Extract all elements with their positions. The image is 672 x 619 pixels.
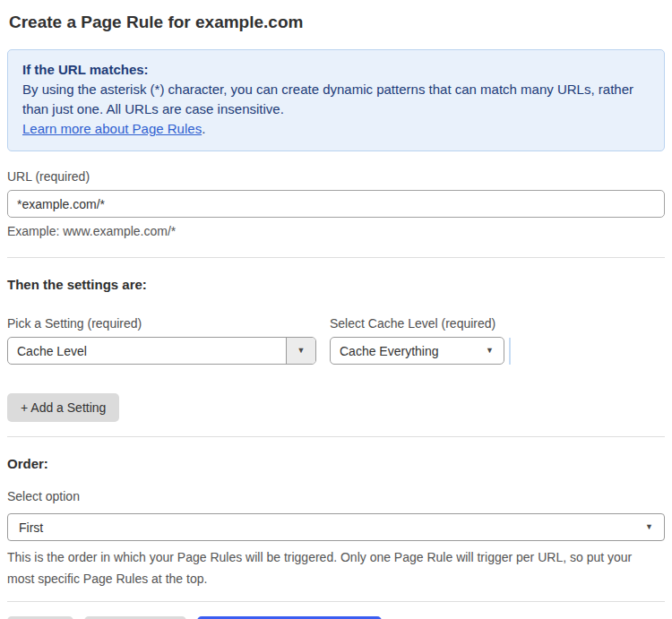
settings-section-heading: Then the settings are:: [7, 277, 665, 292]
order-section-heading: Order:: [7, 456, 665, 471]
cache-level-value: Cache Everything: [331, 338, 486, 364]
setting-picker-label: Pick a Setting (required): [7, 316, 316, 331]
settings-row: Pick a Setting (required) Cache Level ▼ …: [7, 316, 665, 365]
order-select-label: Select option: [7, 489, 665, 503]
url-input[interactable]: [7, 190, 665, 218]
order-select-value: First: [19, 520, 43, 535]
section-divider: [7, 257, 665, 258]
link-suffix: .: [202, 121, 205, 136]
info-box-body: By using the asterisk (*) character, you…: [22, 80, 650, 119]
url-field-label: URL (required): [7, 169, 665, 184]
learn-more-link[interactable]: Learn more about Page Rules: [22, 121, 202, 136]
page-rule-form: Create a Page Rule for example.com If th…: [0, 0, 672, 619]
url-example-text: Example: www.example.com/*: [7, 224, 665, 238]
info-box-link-line: Learn more about Page Rules.: [22, 119, 650, 139]
url-match-info-box: If the URL matches: By using the asteris…: [7, 49, 665, 151]
caret-down-icon: ▼: [486, 338, 504, 364]
setting-picker-value: Cache Level: [8, 338, 286, 364]
caret-down-icon: ▼: [286, 338, 315, 364]
caret-down-icon: ▼: [645, 523, 653, 531]
focus-cursor-divider: [509, 338, 511, 365]
cache-level-select[interactable]: Cache Everything ▼: [330, 337, 504, 365]
section-divider: [7, 436, 665, 437]
cache-level-group: Select Cache Level (required) Cache Ever…: [330, 316, 504, 365]
cache-level-label: Select Cache Level (required): [330, 316, 504, 331]
setting-picker-select[interactable]: Cache Level ▼: [7, 337, 316, 365]
info-box-heading: If the URL matches:: [22, 60, 650, 80]
order-select[interactable]: First ▼: [7, 513, 665, 541]
section-divider: [7, 601, 665, 602]
page-title: Create a Page Rule for example.com: [9, 13, 665, 32]
add-setting-button[interactable]: + Add a Setting: [7, 393, 119, 422]
order-help-text: This is the order in which your Page Rul…: [7, 546, 652, 589]
setting-picker-group: Pick a Setting (required) Cache Level ▼: [7, 316, 316, 365]
